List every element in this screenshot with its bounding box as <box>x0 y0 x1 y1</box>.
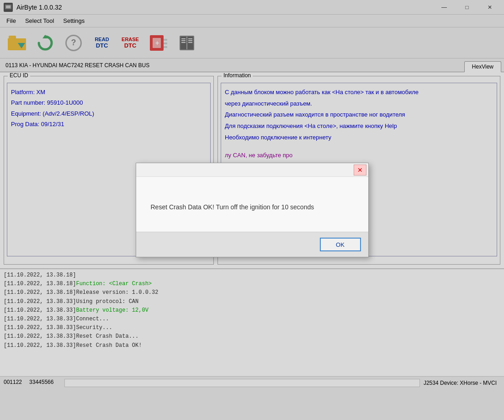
modal-close-button[interactable]: ✕ <box>354 165 366 175</box>
modal-overlay: ✕ Reset Crash Data OK! Turn off the igni… <box>0 0 504 420</box>
modal-footer: OK <box>136 232 368 257</box>
modal-ok-button[interactable]: OK <box>320 238 361 251</box>
modal-title-bar: ✕ <box>136 163 368 177</box>
modal-body: Reset Crash Data OK! Turn off the igniti… <box>136 177 368 232</box>
modal-dialog: ✕ Reset Crash Data OK! Turn off the igni… <box>136 163 369 257</box>
modal-message: Reset Crash Data OK! Turn off the igniti… <box>151 203 314 211</box>
